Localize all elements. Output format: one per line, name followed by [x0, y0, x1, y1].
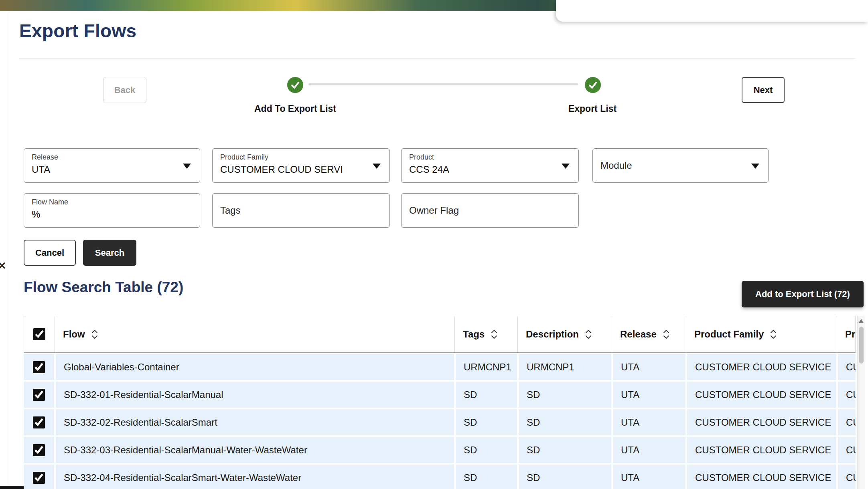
chevron-down-icon: [183, 164, 191, 169]
table-scrollbar[interactable]: [857, 316, 865, 489]
flow-name-field[interactable]: Flow Name %: [24, 193, 200, 228]
product-family-cell: CUSTOMER CLOUD SERVICE: [685, 354, 836, 380]
page-title: Export Flows: [19, 20, 136, 42]
row-select-cell: [24, 409, 54, 435]
product-cell: CU: [836, 437, 856, 463]
row-checkbox[interactable]: [33, 444, 45, 456]
tags-cell: SD: [454, 437, 517, 463]
table-row[interactable]: Global-Variables-Container URMCNP1 URMCN…: [24, 354, 856, 380]
table-row[interactable]: SD-332-03-Residential-ScalarManual-Water…: [24, 437, 856, 463]
table-row[interactable]: SD-332-01-Residential-ScalarManual SD SD…: [24, 382, 856, 408]
flow-cell: Global-Variables-Container: [54, 354, 454, 380]
select-all-cell: [24, 316, 55, 352]
step-label-export-list: Export List: [568, 103, 617, 114]
product-dropdown[interactable]: Product CCS 24A: [401, 148, 579, 183]
step-complete-icon: [585, 77, 601, 93]
product-value: CCS 24A: [409, 164, 554, 175]
module-dropdown[interactable]: Module: [592, 148, 769, 183]
results-title: Flow Search Table (72): [24, 279, 183, 296]
row-checkbox[interactable]: [33, 389, 45, 401]
product-family-label: Product Family: [220, 153, 365, 162]
flow-cell: SD-332-02-Residential-ScalarSmart: [54, 409, 454, 435]
row-select-cell: [24, 354, 54, 380]
back-button[interactable]: Back: [103, 77, 146, 103]
release-label: Release: [32, 153, 176, 162]
release-cell: UTA: [611, 437, 685, 463]
chevron-down-icon: [562, 164, 570, 169]
sort-icon[interactable]: [662, 329, 670, 340]
product-family-cell: CUSTOMER CLOUD SERVICE: [685, 437, 836, 463]
stepper-progress-line: [308, 83, 578, 85]
column-header-product-family[interactable]: Product Family: [686, 316, 837, 352]
tags-cell: SD: [454, 382, 517, 408]
row-select-cell: [24, 465, 54, 489]
chevron-down-icon: [751, 164, 759, 169]
product-label: Product: [409, 153, 554, 162]
flow-cell: SD-332-01-Residential-ScalarManual: [54, 382, 454, 408]
table-row[interactable]: SD-332-04-Residential-ScalarSmart-Water-…: [24, 465, 856, 489]
add-to-export-list-button[interactable]: Add to Export List (72): [742, 281, 864, 307]
table-row[interactable]: SD-332-02-Residential-ScalarSmart SD SD …: [24, 409, 856, 435]
release-cell: UTA: [611, 465, 685, 489]
tags-cell: SD: [454, 465, 517, 489]
sort-icon[interactable]: [769, 329, 777, 340]
release-dropdown[interactable]: Release UTA: [24, 148, 200, 183]
description-cell: SD: [517, 465, 611, 489]
release-cell: UTA: [611, 382, 685, 408]
product-family-value: CUSTOMER CLOUD SERVI: [220, 164, 365, 175]
column-header-flow[interactable]: Flow: [55, 316, 454, 352]
chevron-down-icon: [373, 164, 381, 169]
owner-flag-field[interactable]: Owner Flag: [401, 193, 579, 228]
product-family-cell: CUSTOMER CLOUD SERVICE: [685, 409, 836, 435]
flow-cell: SD-332-03-Residential-ScalarManual-Water…: [54, 437, 454, 463]
description-cell: SD: [517, 382, 611, 408]
sort-icon[interactable]: [490, 329, 498, 340]
select-all-checkbox[interactable]: [33, 328, 45, 340]
release-cell: UTA: [611, 409, 685, 435]
release-value: UTA: [32, 164, 176, 175]
flow-name-value: %: [32, 209, 176, 220]
release-cell: UTA: [611, 354, 685, 380]
panel-toggle-icon[interactable]: ✕: [0, 260, 6, 272]
check-icon: [588, 80, 598, 90]
tags-cell: URMCNP1: [454, 354, 517, 380]
column-header-product[interactable]: Pro: [837, 316, 855, 352]
sort-icon[interactable]: [584, 329, 592, 340]
flow-cell: SD-332-04-Residential-ScalarSmart-Water-…: [54, 465, 454, 489]
product-family-cell: CUSTOMER CLOUD SERVICE: [685, 465, 836, 489]
row-checkbox[interactable]: [33, 361, 45, 373]
product-cell: CU: [836, 354, 856, 380]
column-label: Release: [620, 329, 657, 340]
left-gutter: [0, 11, 9, 489]
column-label: Flow: [63, 329, 85, 340]
next-button[interactable]: Next: [742, 77, 785, 103]
column-header-release[interactable]: Release: [612, 316, 686, 352]
column-label: Description: [526, 329, 579, 340]
overlay-card-corner: [556, 0, 868, 22]
title-divider: [19, 59, 856, 59]
description-cell: SD: [517, 409, 611, 435]
column-header-tags[interactable]: Tags: [454, 316, 517, 352]
flow-search-table: Flow Tags Description Release Product Fa…: [24, 316, 856, 489]
step-label-add-to-export-list: Add To Export List: [254, 103, 336, 114]
row-checkbox[interactable]: [33, 472, 45, 484]
sort-icon[interactable]: [91, 329, 99, 340]
column-header-description[interactable]: Description: [517, 316, 612, 352]
row-checkbox[interactable]: [33, 416, 45, 428]
tags-field[interactable]: Tags: [212, 193, 390, 228]
product-family-cell: CUSTOMER CLOUD SERVICE: [685, 382, 836, 408]
product-cell: CU: [836, 465, 856, 489]
cancel-button[interactable]: Cancel: [24, 240, 76, 266]
scroll-up-icon[interactable]: [859, 319, 864, 323]
column-label: Product Family: [694, 329, 764, 340]
search-button[interactable]: Search: [83, 240, 136, 266]
tags-label: Tags: [220, 205, 241, 216]
scrollbar-thumb[interactable]: [859, 327, 864, 364]
description-cell: URMCNP1: [517, 354, 611, 380]
table-header-row: Flow Tags Description Release Product Fa…: [24, 316, 856, 353]
table-body: Global-Variables-Container URMCNP1 URMCN…: [24, 354, 856, 489]
description-cell: SD: [517, 437, 611, 463]
product-family-dropdown[interactable]: Product Family CUSTOMER CLOUD SERVI: [212, 148, 390, 183]
column-label: Pro: [845, 329, 855, 340]
tags-cell: SD: [454, 409, 517, 435]
